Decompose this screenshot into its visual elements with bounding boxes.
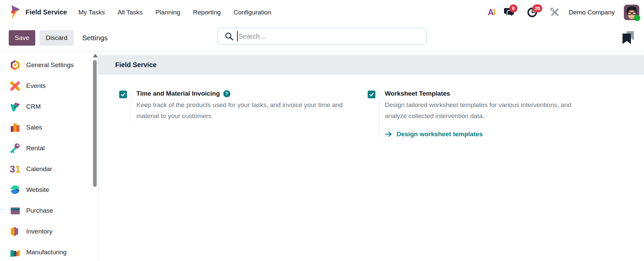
sidebar-item-label: Calendar (26, 165, 52, 173)
setting-description: Keep track of the products used for your… (136, 100, 346, 121)
app-name[interactable]: Field Service (26, 8, 67, 16)
sidebar-item-purchase[interactable]: Purchase (0, 200, 98, 221)
sidebar-item-label: Purchase (26, 207, 53, 214)
sidebar-item-rental[interactable]: Rental (0, 138, 98, 159)
sidebar-item-manufacturing[interactable]: Manufacturing (0, 242, 98, 261)
menu-all-tasks[interactable]: All Tasks (117, 7, 143, 18)
discard-button[interactable]: Discard (40, 30, 73, 46)
time-material-invoicing-checkbox[interactable] (119, 91, 127, 98)
website-icon (9, 184, 21, 196)
calendar-icon: 31 (9, 163, 21, 175)
menu-configuration[interactable]: Configuration (233, 7, 272, 18)
settings-row: Time and Material Invoicing ? Keep track… (98, 75, 644, 138)
settings-sidebar: General Settings Events CRM (0, 51, 98, 261)
sidebar-item-label: Inventory (26, 228, 52, 235)
sidebar-item-general-settings[interactable]: General Settings (0, 55, 98, 75)
rental-icon (9, 143, 21, 154)
setting-title: Worksheet Templates (385, 90, 450, 97)
settings-content: Field Service Time and Material Invoicin… (98, 51, 644, 261)
menu-reporting[interactable]: Reporting (192, 7, 221, 18)
scrollbar-thumb[interactable] (93, 60, 97, 187)
activities-badge: 29 (533, 4, 543, 12)
arrow-right-icon (385, 131, 392, 137)
section-header: Field Service (98, 55, 644, 75)
sales-icon (9, 122, 21, 133)
manufacturing-icon (9, 247, 21, 258)
scroll-up-arrow-icon[interactable] (93, 54, 98, 57)
bookmark-icon[interactable] (623, 31, 634, 44)
ai-icon[interactable]: AI (488, 7, 495, 17)
top-navbar: Field Service My Tasks All Tasks Plannin… (0, 0, 644, 24)
sidebar-item-label: Website (26, 186, 49, 194)
checkmark-icon (369, 92, 374, 97)
events-icon (9, 80, 21, 92)
search-icon (225, 32, 234, 41)
worksheet-templates-checkbox[interactable] (368, 91, 375, 98)
control-bar: Save Discard Settings (0, 24, 644, 51)
app-logo-icon[interactable] (8, 5, 21, 20)
sidebar-item-label: Manufacturing (26, 249, 66, 256)
systray: AI 9 29 Demo Company (488, 5, 639, 20)
sidebar-item-calendar[interactable]: 31 Calendar (0, 159, 98, 179)
main-menu: My Tasks All Tasks Planning Reporting Co… (78, 7, 272, 18)
sidebar-item-label: General Settings (26, 61, 74, 69)
inventory-icon (9, 226, 21, 237)
company-switcher[interactable]: Demo Company (569, 9, 615, 16)
setting-title: Time and Material Invoicing (136, 90, 220, 97)
activities-icon[interactable]: 29 (527, 7, 538, 17)
sidebar-item-label: Rental (26, 145, 45, 152)
sidebar-item-events[interactable]: Events (0, 75, 98, 96)
checkmark-icon (120, 92, 126, 97)
settings-search[interactable] (218, 28, 426, 45)
setting-worksheet-templates: Worksheet Templates Design tailored work… (368, 90, 616, 138)
user-avatar[interactable] (624, 5, 639, 20)
purchase-icon (9, 205, 21, 216)
text-caret (237, 31, 238, 41)
sidebar-item-label: Events (26, 82, 46, 90)
page-title: Settings (82, 34, 108, 42)
messages-icon[interactable]: 9 (504, 7, 515, 17)
general-settings-icon (9, 59, 21, 71)
messages-badge: 9 (509, 4, 517, 12)
sidebar-item-sales[interactable]: Sales (0, 117, 98, 138)
sidebar-item-crm[interactable]: CRM (0, 96, 98, 117)
debug-tools-icon[interactable] (550, 7, 560, 17)
save-button[interactable]: Save (9, 30, 35, 46)
sidebar-item-label: Sales (26, 124, 42, 131)
menu-planning[interactable]: Planning (155, 7, 181, 18)
crm-icon (9, 101, 21, 112)
setting-time-material-invoicing: Time and Material Invoicing ? Keep track… (119, 90, 368, 138)
page-body: General Settings Events CRM (0, 51, 644, 261)
menu-my-tasks[interactable]: My Tasks (78, 7, 105, 18)
sidebar-item-website[interactable]: Website (0, 179, 98, 200)
sidebar-scrollbar[interactable] (93, 54, 97, 258)
search-input[interactable] (238, 33, 421, 40)
section-title: Field Service (115, 61, 156, 69)
help-icon[interactable]: ? (223, 90, 230, 97)
sidebar-item-inventory[interactable]: Inventory (0, 221, 98, 242)
design-worksheet-templates-link[interactable]: Design worksheet templates (385, 130, 616, 138)
online-status-dot (634, 15, 640, 21)
setting-description: Design tailored worksheet templates for … (385, 100, 590, 121)
sidebar-item-label: CRM (26, 103, 41, 110)
